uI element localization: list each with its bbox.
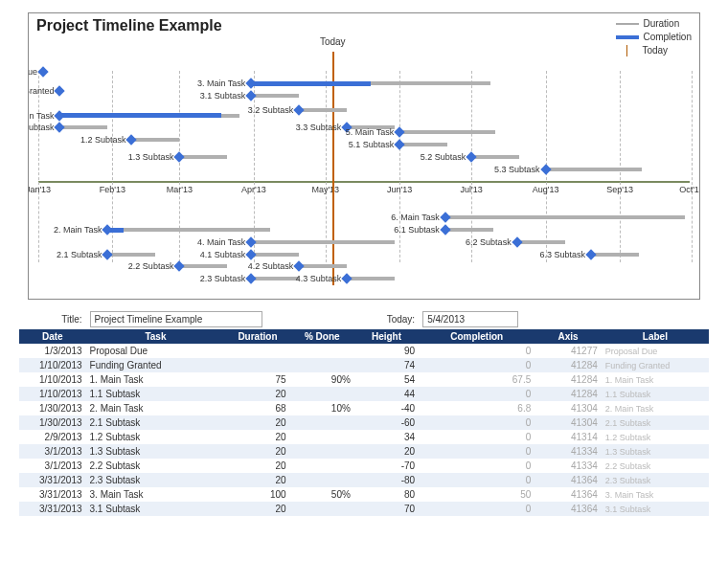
cell-height[interactable]: 20: [354, 444, 419, 459]
table-row[interactable]: 3/31/20133. Main Task10050%8050413643. M…: [19, 487, 709, 502]
cell-height[interactable]: 90: [354, 344, 419, 358]
cell-height[interactable]: 74: [354, 358, 419, 372]
cell-date[interactable]: 3/31/2013: [19, 473, 86, 487]
cell-duration[interactable]: 20: [225, 473, 289, 487]
cell-height[interactable]: -80: [354, 473, 419, 487]
cell-task[interactable]: 2. Main Task: [86, 401, 226, 415]
cell-duration[interactable]: [225, 358, 289, 372]
cell-height[interactable]: 80: [354, 487, 419, 502]
milestone-icon: [55, 110, 65, 121]
today-input[interactable]: 5/4/2013: [422, 311, 518, 327]
cell-task[interactable]: Funding Granted: [86, 358, 226, 372]
milestone-icon: [440, 213, 450, 223]
cell-duration[interactable]: 68: [225, 401, 289, 415]
cell-date[interactable]: 2/9/2013: [19, 430, 86, 444]
task-label: 4. Main Task: [197, 237, 245, 247]
table-row[interactable]: 3/31/20132.3 Subtask20-800413642.3 Subta…: [19, 473, 709, 487]
cell-label: 2.1 Subtask: [602, 415, 709, 430]
cell-duration[interactable]: 20: [225, 415, 289, 430]
table-row[interactable]: 2/9/20131.2 Subtask20340413141.2 Subtask: [19, 430, 709, 444]
cell-duration[interactable]: 20: [225, 444, 289, 459]
cell-date[interactable]: 3/1/2013: [19, 459, 86, 473]
cell-date[interactable]: 3/31/2013: [19, 487, 86, 502]
cell-height[interactable]: -60: [354, 415, 419, 430]
cell-date[interactable]: 1/30/2013: [19, 415, 86, 430]
cell-pct[interactable]: [290, 459, 354, 473]
cell-axis: 41304: [535, 401, 602, 415]
cell-completion: 0: [419, 444, 535, 459]
cell-date[interactable]: 1/10/2013: [19, 358, 86, 372]
cell-pct[interactable]: [290, 444, 354, 459]
table-row[interactable]: 1/10/20131.1 Subtask20440412841.1 Subtas…: [19, 387, 709, 401]
cell-task[interactable]: Proposal Due: [86, 344, 226, 358]
cell-task[interactable]: 1.2 Subtask: [86, 430, 226, 444]
col-label: Label: [602, 329, 709, 344]
cell-duration[interactable]: 20: [225, 459, 289, 473]
cell-height[interactable]: 54: [354, 372, 419, 387]
cell-date[interactable]: 1/10/2013: [19, 372, 86, 387]
cell-height[interactable]: -40: [354, 401, 419, 415]
table-row[interactable]: 1/10/2013Funding Granted74041284Funding …: [19, 358, 709, 372]
cell-completion: 0: [419, 459, 535, 473]
cell-pct[interactable]: [290, 415, 354, 430]
axis-tick-label: Mar'13: [167, 185, 193, 194]
cell-date[interactable]: 1/10/2013: [19, 387, 86, 401]
cell-task[interactable]: 1. Main Task: [86, 372, 226, 387]
duration-bar: [399, 130, 495, 134]
cell-pct[interactable]: [290, 430, 354, 444]
cell-pct[interactable]: 10%: [290, 401, 354, 415]
cell-duration[interactable]: 20: [225, 502, 289, 516]
cell-axis: 41364: [535, 473, 602, 487]
duration-bar: [546, 168, 642, 171]
cell-duration[interactable]: 75: [225, 372, 289, 387]
cell-task[interactable]: 1.3 Subtask: [86, 444, 226, 459]
col-date: Date: [19, 329, 86, 344]
title-label: Title:: [19, 309, 86, 329]
table-row[interactable]: 1/30/20132. Main Task6810%-406.8413042. …: [19, 401, 709, 415]
cell-pct[interactable]: [290, 344, 354, 358]
cell-task[interactable]: 3.1 Subtask: [86, 502, 226, 516]
milestone-icon: [102, 225, 113, 236]
task-label: 1. Main Task: [28, 111, 54, 121]
cell-task[interactable]: 2.1 Subtask: [86, 415, 226, 430]
cell-height[interactable]: 70: [354, 502, 419, 516]
cell-pct[interactable]: 50%: [290, 487, 354, 502]
table-row[interactable]: 3/31/20133.1 Subtask20700413643.1 Subtas…: [19, 502, 709, 516]
cell-task[interactable]: 2.3 Subtask: [86, 473, 226, 487]
milestone-icon: [440, 225, 450, 236]
table-row[interactable]: 3/1/20131.3 Subtask20200413341.3 Subtask: [19, 444, 709, 459]
cell-completion: 50: [419, 487, 535, 502]
cell-pct[interactable]: [290, 358, 354, 372]
cell-task[interactable]: 3. Main Task: [86, 487, 226, 502]
duration-bar: [347, 277, 395, 280]
cell-date[interactable]: 1/30/2013: [19, 401, 86, 415]
cell-duration[interactable]: [225, 344, 289, 358]
milestone-icon: [466, 151, 476, 162]
table-row[interactable]: 1/10/20131. Main Task7590%5467.5412841. …: [19, 372, 709, 387]
cell-task[interactable]: 2.2 Subtask: [86, 459, 226, 473]
cell-date[interactable]: 3/1/2013: [19, 444, 86, 459]
legend-duration-label: Duration: [643, 17, 679, 31]
table-row[interactable]: 1/3/2013Proposal Due90041277Proposal Due: [19, 344, 709, 358]
cell-duration[interactable]: 100: [225, 487, 289, 502]
cell-date[interactable]: 1/3/2013: [19, 344, 86, 358]
cell-duration[interactable]: 20: [225, 387, 289, 401]
table-row[interactable]: 3/1/20132.2 Subtask20-700413342.2 Subtas…: [19, 459, 709, 473]
milestone-icon: [540, 164, 551, 174]
cell-pct[interactable]: [290, 473, 354, 487]
cell-duration[interactable]: 20: [225, 430, 289, 444]
cell-pct[interactable]: [290, 502, 354, 516]
milestone-icon: [246, 273, 257, 283]
table-row[interactable]: 1/30/20132.1 Subtask20-600413042.1 Subta…: [19, 415, 709, 430]
cell-height[interactable]: -70: [354, 459, 419, 473]
cell-date[interactable]: 3/31/2013: [19, 502, 86, 516]
milestone-icon: [395, 127, 405, 138]
title-input[interactable]: Project Timeline Example: [90, 311, 262, 327]
cell-completion: 0: [419, 387, 535, 401]
axis-tick-label: Jun'13: [387, 185, 412, 194]
cell-pct[interactable]: 90%: [290, 372, 354, 387]
cell-height[interactable]: 34: [354, 430, 419, 444]
cell-pct[interactable]: [290, 387, 354, 401]
cell-height[interactable]: 44: [354, 387, 419, 401]
cell-task[interactable]: 1.1 Subtask: [86, 387, 226, 401]
